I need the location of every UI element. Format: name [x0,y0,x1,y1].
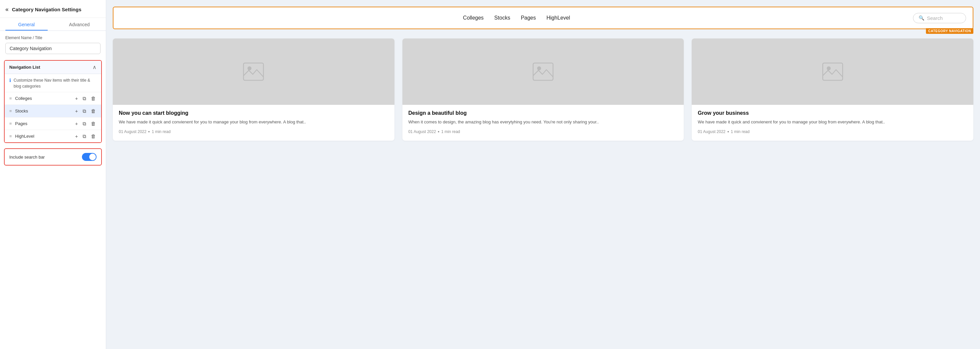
blog-card-body-1: Design a beautiful blog When it comes to… [402,105,684,141]
tabs-container: General Advanced [0,18,106,31]
drag-handle-icon: ≡ [9,96,12,101]
main-content: Colleges Stocks Pages HighLevel 🔍 Search… [106,0,980,349]
meta-dot-2 [727,131,729,132]
blog-card-title-2: Grow your business [698,110,967,116]
add-colleges-button[interactable]: + [74,95,79,102]
blog-card-title-1: Design a beautiful blog [408,110,678,116]
blog-card-read-time-1: 1 min read [441,129,460,134]
svg-rect-2 [533,63,553,80]
sidebar: « Category Navigation Settings General A… [0,0,106,349]
back-icon[interactable]: « [5,6,9,13]
tab-general[interactable]: General [0,18,53,30]
sidebar-header: « Category Navigation Settings [0,0,106,18]
blog-card-meta-2: 01 August 2022 1 min read [698,129,967,134]
delete-colleges-button[interactable]: 🗑 [90,95,97,102]
blog-card-excerpt-2: We have made it quick and convienent for… [698,119,967,125]
blog-card-image-2 [692,38,974,105]
delete-pages-button[interactable]: 🗑 [90,120,97,127]
blog-card-2: Grow your business We have made it quick… [692,38,974,141]
svg-point-3 [537,66,541,70]
element-name-label: Element Name / Title [5,35,100,40]
image-placeholder-icon [822,62,843,81]
nav-item-actions-pages: + ⧉ 🗑 [74,120,97,127]
blog-cards-container: Now you can start blogging We have made … [113,38,974,141]
svg-point-5 [827,66,831,70]
search-icon: 🔍 [919,15,924,21]
sidebar-title: Category Navigation Settings [12,6,81,12]
delete-highlevel-button[interactable]: 🗑 [90,133,97,139]
blog-card-0: Now you can start blogging We have made … [113,38,395,141]
nav-item-actions-colleges: + ⧉ 🗑 [74,95,97,102]
copy-colleges-button[interactable]: ⧉ [82,95,87,102]
nav-item-pages[interactable]: ≡ Pages + ⧉ 🗑 [5,117,101,130]
category-nav-bar: Colleges Stocks Pages HighLevel 🔍 Search… [113,6,974,29]
blog-card-read-time-0: 1 min read [152,129,170,134]
svg-point-1 [248,66,251,70]
nav-item-actions-stocks: + ⧉ 🗑 [74,108,97,114]
nav-item-label-stocks: Stocks [15,108,75,113]
search-toggle-label: Include search bar [9,155,45,159]
nav-item-stocks[interactable]: ≡ Stocks + ⧉ 🗑 [5,105,101,117]
nav-list-title: Navigation List [9,65,40,70]
meta-dot-0 [148,131,150,132]
element-name-input[interactable] [5,43,100,54]
image-placeholder-icon [243,62,264,81]
nav-link-stocks[interactable]: Stocks [494,15,510,21]
blog-card-excerpt-0: We have made it quick and convienent for… [119,119,388,125]
search-box[interactable]: 🔍 Search [913,13,966,23]
copy-stocks-button[interactable]: ⧉ [82,108,87,114]
nav-link-colleges[interactable]: Colleges [463,15,484,21]
nav-info: ℹ Customize these Nav items with their t… [5,74,101,92]
blog-card-read-time-2: 1 min read [731,129,750,134]
chevron-up-icon[interactable]: ∧ [92,64,97,70]
nav-links: Colleges Stocks Pages HighLevel [120,15,913,21]
copy-pages-button[interactable]: ⧉ [82,120,87,127]
blog-card-1: Design a beautiful blog When it comes to… [402,38,684,141]
add-highlevel-button[interactable]: + [74,133,79,139]
nav-item-highlevel[interactable]: ≡ HighLevel + ⧉ 🗑 [5,130,101,142]
blog-card-date-0: 01 August 2022 [119,129,146,134]
nav-item-label-colleges: Colleges [15,96,75,101]
nav-info-text: Customize these Nav items with their tit… [14,77,97,89]
blog-card-image-1 [402,38,684,105]
blog-card-image-0 [113,38,395,105]
blog-card-date-1: 01 August 2022 [408,129,436,134]
element-name-section: Element Name / Title [0,31,106,57]
nav-item-label-highlevel: HighLevel [15,134,75,139]
blog-card-excerpt-1: When it comes to design, the amazing blo… [408,119,678,125]
nav-link-pages[interactable]: Pages [521,15,536,21]
image-placeholder-icon [533,62,554,81]
copy-highlevel-button[interactable]: ⧉ [82,133,87,139]
drag-handle-icon: ≡ [9,108,12,113]
meta-dot-1 [438,131,439,132]
blog-card-date-2: 01 August 2022 [698,129,725,134]
category-nav-badge: CATEGORY NAVIGATION [926,28,974,34]
add-pages-button[interactable]: + [74,120,79,127]
search-toggle-section: Include search bar [4,148,102,166]
nav-item-actions-highlevel: + ⧉ 🗑 [74,133,97,139]
drag-handle-icon: ≡ [9,121,12,126]
blog-card-body-0: Now you can start blogging We have made … [113,105,395,141]
nav-list-header: Navigation List ∧ [5,61,101,74]
info-icon: ℹ [9,78,11,83]
nav-link-highlevel[interactable]: HighLevel [546,15,570,21]
navigation-list-section: Navigation List ∧ ℹ Customize these Nav … [4,60,102,143]
add-stocks-button[interactable]: + [74,108,79,114]
delete-stocks-button[interactable]: 🗑 [90,108,97,114]
nav-item-colleges[interactable]: ≡ Colleges + ⧉ 🗑 [5,92,101,105]
drag-handle-icon: ≡ [9,134,12,139]
svg-rect-4 [823,63,843,80]
blog-card-meta-1: 01 August 2022 1 min read [408,129,678,134]
svg-rect-0 [243,63,263,80]
tab-advanced[interactable]: Advanced [53,18,106,30]
nav-item-label-pages: Pages [15,121,75,126]
blog-card-meta-0: 01 August 2022 1 min read [119,129,388,134]
search-bar-toggle[interactable] [82,153,97,161]
blog-card-body-2: Grow your business We have made it quick… [692,105,974,141]
search-placeholder: Search [927,15,943,21]
blog-card-title-0: Now you can start blogging [119,110,388,116]
